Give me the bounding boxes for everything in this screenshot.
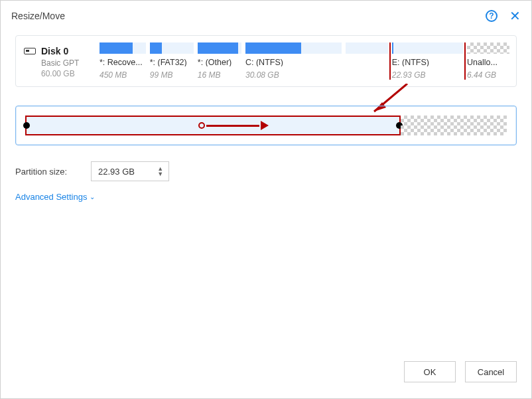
partition-gap: . .: [346, 42, 388, 80]
content-area: Disk 0 Basic GPT 60.00 GB *: Recove... 4…: [1, 31, 531, 357]
partition-size: 6.44 GB: [467, 70, 509, 80]
partition-unallocated[interactable]: Unallo... 6.44 GB: [467, 42, 509, 80]
partition-label: E: (NTFS): [392, 58, 463, 66]
advanced-settings-toggle[interactable]: Advanced Settings ⌄: [15, 192, 517, 202]
dialog-footer: OK Cancel: [1, 357, 531, 398]
resize-track[interactable]: [25, 116, 507, 135]
disk-name: Disk 0: [41, 45, 79, 58]
titlebar: Resize/Move ? ✕: [1, 1, 531, 31]
advanced-settings-label: Advanced Settings: [15, 192, 87, 202]
partition-size: 99 MB: [150, 70, 194, 80]
partition-size-input[interactable]: [98, 167, 146, 177]
partition-other[interactable]: *: (Other) 16 MB: [198, 42, 241, 80]
stepper-down-icon[interactable]: ▼: [156, 171, 165, 177]
resize-slider-area: [15, 106, 517, 145]
resize-handle-left[interactable]: [23, 122, 30, 129]
partition-size: 22.93 GB: [392, 70, 463, 80]
ok-button[interactable]: OK: [404, 361, 456, 382]
disk-text: Disk 0 Basic GPT 60.00 GB: [41, 45, 79, 79]
partition-size: 30.08 GB: [245, 70, 342, 80]
disk-layout-strip: Disk 0 Basic GPT 60.00 GB *: Recove... 4…: [15, 35, 517, 87]
disk-info: Disk 0 Basic GPT 60.00 GB: [23, 42, 96, 80]
resize-unallocated-region: [401, 116, 507, 135]
annotation-extend-arrow-icon: [198, 121, 269, 130]
resize-selected-region[interactable]: [25, 116, 401, 135]
partition-e-selected[interactable]: E: (NTFS) 22.93 GB: [392, 42, 463, 80]
partition-label: *: Recove...: [100, 58, 146, 66]
partition-size: 16 MB: [198, 70, 241, 80]
partition-label: *: (Other): [198, 58, 241, 66]
chevron-down-icon: ⌄: [90, 193, 95, 200]
resize-move-dialog: Resize/Move ? ✕ Disk 0 Basic GPT 60.00 G…: [0, 0, 532, 399]
dialog-title: Resize/Move: [11, 11, 65, 21]
partition-label: Unallo...: [467, 58, 509, 66]
close-icon[interactable]: ✕: [509, 9, 521, 23]
stepper-buttons: ▲ ▼: [156, 166, 165, 177]
partition-fat32[interactable]: *: (FAT32) 99 MB: [150, 42, 194, 80]
disk-type: Basic GPT: [41, 58, 79, 68]
partition-c[interactable]: C: (NTFS) 30.08 GB: [245, 42, 342, 80]
cancel-button[interactable]: Cancel: [465, 361, 517, 382]
partition-label: C: (NTFS): [245, 58, 342, 66]
disk-icon: [24, 48, 36, 54]
partition-size: 450 MB: [100, 70, 146, 80]
titlebar-actions: ? ✕: [486, 9, 521, 23]
partition-size-stepper[interactable]: ▲ ▼: [91, 161, 169, 181]
help-icon[interactable]: ?: [486, 10, 498, 22]
partition-list: *: Recove... 450 MB *: (FAT32) 99 MB *: …: [100, 42, 509, 80]
partition-size-label: Partition size:: [15, 167, 67, 177]
disk-total-size: 60.00 GB: [41, 68, 79, 79]
partition-size-row: Partition size: ▲ ▼: [15, 161, 517, 181]
partition-label: *: (FAT32): [150, 58, 194, 66]
partition-recovery[interactable]: *: Recove... 450 MB: [100, 42, 146, 80]
